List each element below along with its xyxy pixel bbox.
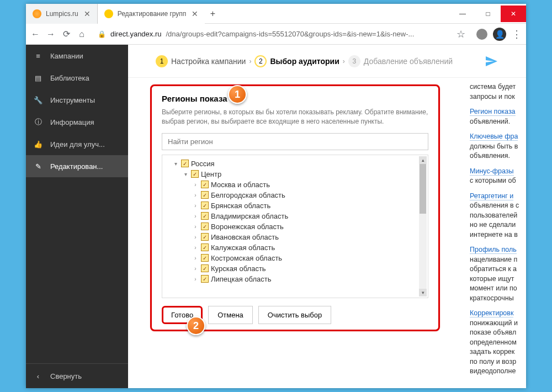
tree-toggle-icon[interactable]: › xyxy=(192,213,199,219)
main-body: Регионы показа Выберите регионы, в котор… xyxy=(128,78,526,388)
checkbox[interactable]: ✓ xyxy=(201,264,209,272)
step-3-label[interactable]: Добавление объявлений xyxy=(364,57,453,66)
tree-toggle-icon[interactable]: › xyxy=(192,255,199,261)
tree-row[interactable]: ›✓Белгородская область xyxy=(164,190,426,200)
tree-row[interactable]: ›✓Владимирская область xyxy=(164,211,426,221)
home-icon[interactable]: ⌂ xyxy=(77,29,87,39)
step-2-label[interactable]: Выбор аудитории xyxy=(270,57,339,66)
sidebar-item-editing[interactable]: ✎Редактирован... xyxy=(26,155,128,177)
menu-icon[interactable]: ⋮ xyxy=(512,28,522,40)
step-1-label[interactable]: Настройка кампании xyxy=(171,57,246,66)
checkbox[interactable]: ✓ xyxy=(201,223,209,230)
checkbox[interactable]: ✓ xyxy=(201,212,209,220)
url-field[interactable]: 🔒 direct.yandex.ru/dna/groups-edit?campa… xyxy=(92,28,471,40)
close-button[interactable]: ✕ xyxy=(501,6,526,22)
checkbox[interactable]: ✓ xyxy=(181,160,189,167)
step-3-number[interactable]: 3 xyxy=(348,55,360,67)
sidebar-item-label: Кампании xyxy=(50,52,83,60)
minimize-button[interactable]: — xyxy=(450,6,475,22)
tree-toggle-icon[interactable]: › xyxy=(192,234,199,240)
bookmark-star-icon[interactable]: ☆ xyxy=(457,28,465,40)
info-icon: ⓘ xyxy=(34,118,43,126)
link-region[interactable]: Регион показа xyxy=(470,108,516,116)
link-minus[interactable]: Минус-фразы xyxy=(470,167,514,176)
clear-selection-button[interactable]: Очистить выбор xyxy=(258,306,331,324)
tree-toggle-icon[interactable]: › xyxy=(192,192,199,198)
tree-row[interactable]: ›✓Москва и область xyxy=(164,179,426,190)
new-tab-button[interactable]: + xyxy=(205,9,220,19)
tree-toggle-icon[interactable]: › xyxy=(192,245,199,251)
step-1-number[interactable]: 1 xyxy=(156,55,168,67)
link-keywords[interactable]: Ключевые фра xyxy=(470,133,518,141)
avatar[interactable]: 👤 xyxy=(493,28,506,41)
step-2-number[interactable]: 2 xyxy=(254,55,267,67)
tab-lumpics[interactable]: Lumpics.ru ✕ xyxy=(26,4,98,24)
link-retarget[interactable]: Ретаргетинг и xyxy=(470,192,513,200)
tree-row[interactable]: ›✓Костромская область xyxy=(164,253,426,263)
tree-toggle-icon[interactable]: › xyxy=(192,203,199,209)
address-bar: ← → ⟳ ⌂ 🔒 direct.yandex.ru/dna/groups-ed… xyxy=(26,24,526,45)
sidebar-item-info[interactable]: ⓘИнформация xyxy=(26,111,128,133)
tree-label: Калужская область xyxy=(211,243,275,252)
tree-label: Курская область xyxy=(211,264,266,273)
tree-row[interactable]: ▾✓Центр xyxy=(164,169,426,179)
tree-toggle-icon[interactable]: › xyxy=(192,276,199,282)
checkbox[interactable]: ✓ xyxy=(191,170,199,178)
sidebar-item-label: Библиотека xyxy=(50,74,89,82)
checkbox[interactable]: ✓ xyxy=(201,275,209,283)
sidebar-item-tools[interactable]: 🔧Инструменты xyxy=(26,89,128,111)
tree-toggle-icon[interactable]: › xyxy=(192,266,199,272)
tree-toggle-icon[interactable]: › xyxy=(192,182,199,188)
tree-row[interactable]: ›✓Брянская область xyxy=(164,200,426,211)
forward-icon[interactable]: → xyxy=(46,29,56,39)
checkbox[interactable]: ✓ xyxy=(201,233,209,241)
tree-label: Липецкая область xyxy=(211,275,272,283)
sidebar-item-campaigns[interactable]: ≡Кампании xyxy=(26,45,128,67)
url-path: /dna/groups-edit?campaigns-ids=55512070&… xyxy=(166,30,415,38)
tree-label: Ивановская область xyxy=(211,233,279,241)
link-profile[interactable]: Профиль поль xyxy=(470,246,517,254)
favicon-icon xyxy=(104,9,113,18)
send-icon[interactable] xyxy=(484,54,498,68)
checkbox[interactable]: ✓ xyxy=(201,181,209,188)
back-icon[interactable]: ← xyxy=(30,29,40,39)
close-icon[interactable]: ✕ xyxy=(192,9,198,18)
tree-toggle-icon[interactable]: › xyxy=(192,224,199,230)
sidebar-collapse[interactable]: ‹Свернуть xyxy=(26,363,128,388)
scroll-down-icon[interactable]: ▾ xyxy=(419,289,427,296)
tree-row[interactable]: ›✓Калужская область xyxy=(164,242,426,253)
cancel-button[interactable]: Отмена xyxy=(208,306,253,324)
callout-1: 1 xyxy=(228,85,247,104)
checkbox[interactable]: ✓ xyxy=(201,254,209,262)
callout-2: 2 xyxy=(187,316,205,335)
tab-title: Lumpics.ru xyxy=(46,10,78,18)
scroll-thumb[interactable] xyxy=(420,164,426,214)
library-icon: ▤ xyxy=(34,73,43,82)
tree-row[interactable]: ›✓Курская область xyxy=(164,263,426,274)
sidebar-item-label: Идеи для улуч... xyxy=(50,140,105,149)
reload-icon[interactable]: ⟳ xyxy=(61,29,71,39)
tree-label: Россия xyxy=(191,160,215,168)
maximize-button[interactable]: □ xyxy=(475,6,501,22)
sidebar-item-library[interactable]: ▤Библиотека xyxy=(26,67,128,89)
extension-icon[interactable] xyxy=(476,29,487,40)
tree-row[interactable]: ›✓Ивановская область xyxy=(164,232,426,242)
tab-edit-groups[interactable]: Редактирование групп ✕ xyxy=(98,4,205,24)
tree-row[interactable]: ›✓Воронежская область xyxy=(164,221,426,232)
link-corrections[interactable]: Корректировк xyxy=(470,309,513,317)
checkbox[interactable]: ✓ xyxy=(201,191,209,199)
tree-toggle-icon[interactable]: ▾ xyxy=(172,161,179,167)
search-region-input[interactable] xyxy=(162,133,428,150)
sidebar-item-label: Редактирован... xyxy=(50,162,103,171)
tree-row[interactable]: ›✓Липецкая область xyxy=(164,274,426,284)
close-icon[interactable]: ✕ xyxy=(84,9,91,18)
tree-toggle-icon[interactable]: ▾ xyxy=(182,171,189,177)
help-panel: система будетзапросы и пок Регион показа… xyxy=(465,78,526,388)
sidebar-item-ideas[interactable]: 👍Идеи для улуч... xyxy=(26,133,128,155)
pencil-icon: ✎ xyxy=(34,162,43,171)
tree-row[interactable]: ▾✓Россия xyxy=(164,158,426,169)
scroll-up-icon[interactable]: ▴ xyxy=(419,156,427,164)
checkbox[interactable]: ✓ xyxy=(201,202,209,209)
scrollbar[interactable]: ▴ ▾ xyxy=(419,156,427,296)
checkbox[interactable]: ✓ xyxy=(201,243,209,251)
